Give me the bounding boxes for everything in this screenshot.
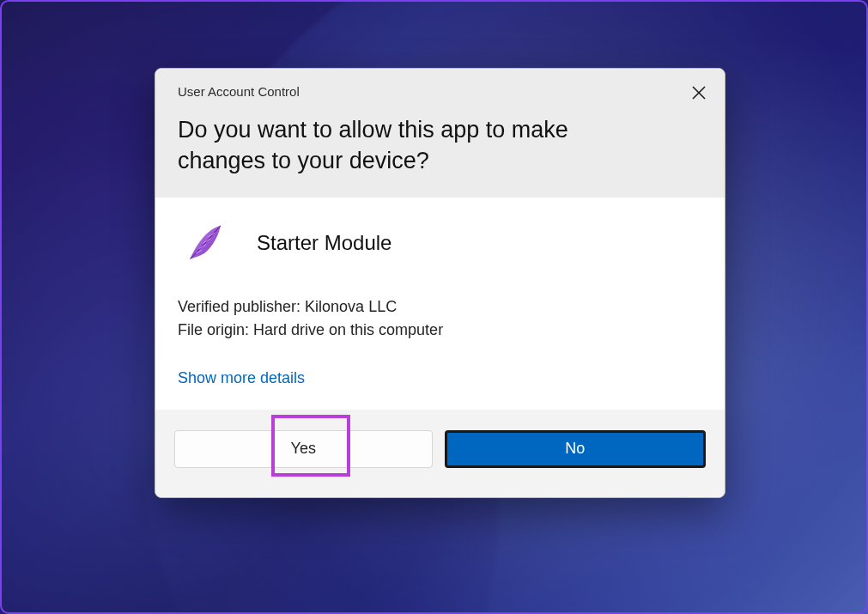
dialog-title: User Account Control bbox=[178, 84, 702, 99]
dialog-header: User Account Control Do you want to allo… bbox=[155, 69, 725, 198]
origin-line: File origin: Hard drive on this computer bbox=[178, 319, 702, 342]
uac-dialog: User Account Control Do you want to allo… bbox=[155, 68, 725, 498]
dialog-body: Starter Module Verified publisher: Kilon… bbox=[155, 198, 725, 410]
close-button[interactable] bbox=[685, 79, 713, 106]
yes-button[interactable]: Yes bbox=[174, 430, 433, 468]
no-button[interactable]: No bbox=[445, 430, 707, 468]
dialog-question: Do you want to allow this app to make ch… bbox=[178, 114, 702, 177]
show-more-details-link[interactable]: Show more details bbox=[178, 369, 305, 387]
feather-icon bbox=[183, 220, 229, 266]
dialog-footer: Yes No bbox=[155, 410, 725, 497]
publisher-line: Verified publisher: Kilonova LLC bbox=[178, 295, 702, 319]
close-icon bbox=[692, 86, 706, 100]
app-row: Starter Module bbox=[178, 220, 702, 266]
app-name: Starter Module bbox=[257, 231, 392, 255]
